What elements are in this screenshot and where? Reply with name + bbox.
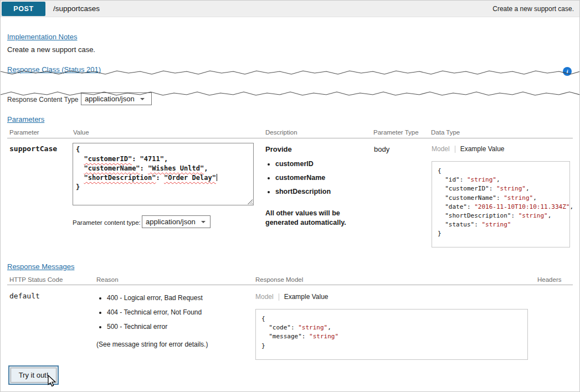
description-item: customerID [275,160,331,168]
parameters-heading: Parameters [7,115,44,123]
description-item: shortDescription [275,188,331,195]
tab-model[interactable]: Model [432,145,450,153]
parameter-content-type-value: application/json [146,218,196,226]
parameter-body-textarea[interactable]: { "customerID": "4711", "customerName": … [73,143,254,205]
col-parameter-type: Parameter Type [373,129,419,136]
parameter-type-value: body [374,145,389,153]
reason-list: 400 - Logical error, Bad Request 404 - T… [99,294,203,337]
response-content-type-value: application/json [85,95,135,103]
col-data-type: Data Type [431,129,460,136]
try-it-out-button[interactable]: Try it out! [8,365,59,385]
description-intro: Provide [265,145,292,153]
implementation-notes-text: Create a new support case. [7,45,95,54]
col-headers: Headers [537,276,561,283]
tab-example-value[interactable]: Example Value [284,293,329,301]
data-type-tabs: Model Example Value [432,145,505,153]
col-reason: Reason [96,276,119,283]
response-example-box: { "code": "string", "message": "string"} [255,309,528,360]
tab-example-value[interactable]: Example Value [460,145,505,153]
reason-note: (See message string for error details.) [96,341,208,348]
response-messages-heading: Response Messages [7,262,74,271]
response-status-code: default [9,292,40,300]
tab-divider [279,293,279,301]
col-parameter: Parameter [9,129,39,136]
col-http-status-code: HTTP Status Code [9,276,63,283]
col-description: Description [265,129,297,136]
parameters-header-rule [7,138,573,138]
reason-item: 500 - Technical error [107,323,203,331]
description-list: customerID customerName shortDescription [268,160,331,202]
chevron-down-icon [140,98,145,102]
swagger-operation-panel: POST /supportcases Create a new support … [0,0,580,392]
reason-item: 400 - Logical error, Bad Request [107,294,203,302]
data-type-example-box: { "id": "string", "customerID": "string"… [432,161,570,247]
operation-summary: Create a new support case. [492,1,574,17]
response-header-rule [7,285,573,285]
operation-header[interactable]: POST /supportcases Create a new support … [1,1,579,17]
response-content-type-select[interactable]: application/json [81,92,152,105]
http-method-badge[interactable]: POST [2,2,45,16]
response-content-type-label: Response Content Type [7,96,79,104]
parameter-name: supportCase [9,145,57,153]
parameter-content-type-label: Parameter content type: [73,219,141,226]
chevron-down-icon [201,221,206,225]
reason-item: 404 - Technical error, Not Found [107,308,203,316]
resize-handle[interactable] [247,198,253,204]
tab-divider [455,146,455,153]
parameter-content-type-select[interactable]: application/json [142,215,211,228]
col-response-model: Response Model [255,276,303,283]
description-note: All other values will be generated autom… [265,209,364,228]
info-icon[interactable]: i [563,67,572,76]
col-value: Value [73,129,89,136]
implementation-notes-heading: Implementation Notes [7,33,77,41]
description-item: customerName [275,174,331,182]
operation-path[interactable]: /supportcases [53,1,100,17]
response-model-tabs: Model Example Value [255,293,329,301]
tab-model[interactable]: Model [255,293,274,301]
response-class-heading: Response Class (Status 201) [7,65,101,74]
